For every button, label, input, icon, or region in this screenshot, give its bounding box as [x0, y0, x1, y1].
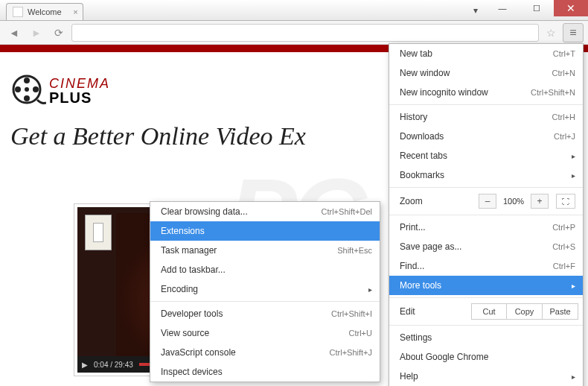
tab-title: Welcome: [28, 7, 62, 16]
address-bar[interactable]: [71, 24, 539, 42]
svg-point-5: [25, 87, 29, 92]
menu-add-to-taskbar[interactable]: Add to taskbar...: [150, 260, 380, 279]
menu-help[interactable]: Help▸: [389, 367, 583, 386]
reload-button[interactable]: ⟳: [49, 23, 68, 42]
zoom-in-button[interactable]: +: [531, 194, 549, 209]
menu-downloads[interactable]: DownloadsCtrl+J: [389, 127, 583, 146]
paste-button[interactable]: Paste: [543, 303, 578, 320]
menu-view-source[interactable]: View sourceCtrl+U: [150, 323, 380, 343]
menu-task-manager[interactable]: Task managerShift+Esc: [150, 241, 380, 260]
menu-new-incognito[interactable]: New incognito windowCtrl+Shift+N: [389, 83, 583, 102]
maximize-button[interactable]: ☐: [520, 0, 554, 16]
menu-new-tab[interactable]: New tabCtrl+T: [389, 44, 583, 63]
film-reel-icon: [10, 73, 46, 109]
svg-point-2: [33, 86, 39, 92]
menu-more-tools[interactable]: More tools▸: [389, 276, 583, 295]
menu-history[interactable]: HistoryCtrl+H: [389, 107, 583, 127]
logo-text-cinema: CINEMA: [49, 77, 110, 90]
browser-tab[interactable]: Welcome ×: [6, 3, 83, 20]
menu-clear-browsing-data[interactable]: Clear browsing data...Ctrl+Shift+Del: [150, 202, 380, 221]
menu-settings[interactable]: Settings: [389, 328, 583, 347]
copy-button[interactable]: Copy: [507, 303, 543, 320]
user-icon[interactable]: ▾: [466, 0, 485, 20]
video-time: 0:04 / 29:43: [94, 361, 133, 369]
svg-point-3: [24, 95, 30, 101]
menu-javascript-console[interactable]: JavaScript consoleCtrl+Shift+J: [150, 343, 380, 362]
menu-find[interactable]: Find...Ctrl+F: [389, 256, 583, 276]
favicon-icon: [13, 7, 23, 17]
menu-print[interactable]: Print...Ctrl+P: [389, 218, 583, 237]
cut-button[interactable]: Cut: [471, 303, 507, 320]
more-tools-submenu: Clear browsing data...Ctrl+Shift+Del Ext…: [150, 201, 380, 382]
close-window-button[interactable]: ✕: [554, 0, 588, 16]
svg-point-4: [15, 86, 21, 92]
menu-save-page-as[interactable]: Save page as...Ctrl+S: [389, 237, 583, 256]
svg-point-1: [24, 77, 30, 83]
logo-text-plus: PLUS: [49, 90, 110, 105]
menu-extensions[interactable]: Extensions: [150, 221, 380, 241]
zoom-out-button[interactable]: –: [479, 194, 496, 209]
minimize-button[interactable]: —: [485, 0, 520, 16]
menu-edit: Edit Cut Copy Paste: [389, 300, 583, 323]
chrome-main-menu: New tabCtrl+T New windowCtrl+N New incog…: [389, 43, 584, 386]
menu-zoom: Zoom – 100% + ⛶: [389, 190, 583, 212]
back-button[interactable]: ◄: [4, 23, 24, 42]
menu-bookmarks[interactable]: Bookmarks▸: [389, 165, 583, 185]
menu-encoding[interactable]: Encoding▸: [150, 279, 380, 299]
light-switch-icon: [85, 215, 112, 250]
menu-inspect-devices[interactable]: Inspect devices: [150, 362, 380, 382]
menu-recent-tabs[interactable]: Recent tabs▸: [389, 146, 583, 165]
browser-toolbar: ◄ ► ⟳ ☆ ≡: [0, 21, 588, 45]
fullscreen-button[interactable]: ⛶: [556, 194, 575, 209]
menu-new-window[interactable]: New windowCtrl+N: [389, 63, 583, 83]
play-icon[interactable]: ▶: [82, 361, 88, 369]
new-tab-button[interactable]: [83, 0, 98, 20]
bookmark-star-icon[interactable]: ☆: [542, 27, 560, 39]
window-titlebar: Welcome × ▾ — ☐ ✕: [0, 0, 588, 21]
menu-developer-tools[interactable]: Developer toolsCtrl+Shift+I: [150, 304, 380, 323]
zoom-value: 100%: [501, 197, 526, 206]
forward-button[interactable]: ►: [27, 23, 46, 42]
chrome-menu-button[interactable]: ≡: [563, 23, 584, 42]
close-tab-icon[interactable]: ×: [73, 7, 77, 16]
menu-about[interactable]: About Google Chrome: [389, 347, 583, 367]
